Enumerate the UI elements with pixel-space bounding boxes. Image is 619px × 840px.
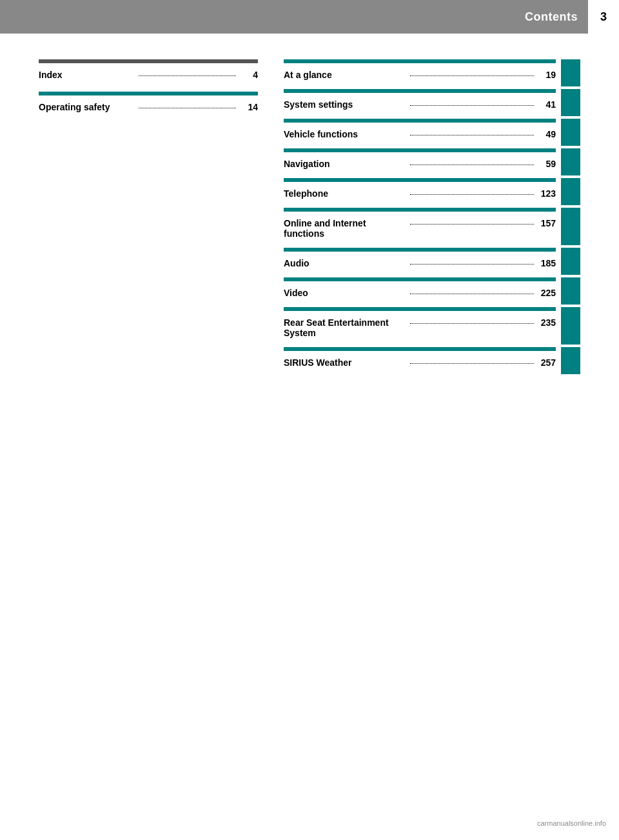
toc-page-navigation: 59 bbox=[536, 159, 556, 169]
toc-bar-vehicle-functions bbox=[284, 119, 556, 123]
toc-label-index: Index bbox=[39, 70, 136, 80]
toc-bar-index bbox=[39, 59, 258, 63]
side-bar-audio bbox=[561, 248, 580, 275]
header-title: Contents bbox=[525, 10, 588, 24]
toc-item-telephone: Telephone 123 bbox=[284, 185, 556, 205]
toc-content-sirius: SIRIUS Weather 257 bbox=[284, 347, 556, 374]
toc-section-audio: Audio 185 bbox=[284, 248, 580, 275]
toc-label-rear-seat: Rear Seat Entertainment System bbox=[284, 317, 408, 338]
toc-item-at-a-glance: At a glance 19 bbox=[284, 66, 556, 86]
toc-label-audio: Audio bbox=[284, 258, 408, 268]
toc-item-online: Online and Internet functions 157 bbox=[284, 214, 556, 245]
header-page-number: 3 bbox=[588, 0, 619, 34]
toc-content-at-a-glance: At a glance 19 bbox=[284, 59, 556, 86]
toc-item-navigation: Navigation 59 bbox=[284, 155, 556, 175]
toc-page-audio: 185 bbox=[536, 258, 556, 268]
toc-section-operating-safety: Operating safety 14 bbox=[39, 92, 258, 119]
content-area: Index 4 Operating safety 14 At a glance bbox=[0, 34, 619, 403]
toc-dots-sirius bbox=[410, 363, 534, 364]
header-bar: Contents 3 bbox=[0, 0, 619, 34]
toc-page-video: 225 bbox=[536, 288, 556, 298]
toc-content-video: Video 225 bbox=[284, 277, 556, 305]
toc-item-operating-safety: Operating safety 14 bbox=[39, 98, 258, 119]
side-bar-vehicle-functions bbox=[561, 119, 580, 146]
toc-label-telephone: Telephone bbox=[284, 188, 408, 199]
toc-dots-operating-safety bbox=[139, 108, 236, 108]
toc-bar-operating-safety bbox=[39, 92, 258, 95]
toc-dots-online bbox=[410, 224, 534, 225]
toc-bar-telephone bbox=[284, 178, 556, 182]
side-bar-sirius bbox=[561, 347, 580, 374]
toc-page-online: 157 bbox=[536, 218, 556, 228]
branding-text: carmanualsonline.info bbox=[537, 819, 606, 827]
toc-dots-audio bbox=[410, 264, 534, 265]
toc-page-sirius: 257 bbox=[536, 357, 556, 368]
toc-bar-system-settings bbox=[284, 89, 556, 93]
side-bar-navigation bbox=[561, 148, 580, 175]
toc-section-video: Video 225 bbox=[284, 277, 580, 305]
toc-content-rear-seat: Rear Seat Entertainment System 235 bbox=[284, 307, 556, 345]
left-column: Index 4 Operating safety 14 bbox=[39, 59, 258, 377]
toc-bar-video bbox=[284, 277, 556, 281]
side-bar-telephone bbox=[561, 178, 580, 205]
right-column: At a glance 19 System settings 41 bbox=[284, 59, 580, 377]
toc-label-sirius: SIRIUS Weather bbox=[284, 357, 408, 368]
toc-item-video: Video 225 bbox=[284, 284, 556, 305]
side-bar-video bbox=[561, 277, 580, 305]
toc-dots-vehicle-functions bbox=[410, 135, 534, 135]
toc-label-at-a-glance: At a glance bbox=[284, 70, 408, 80]
side-bar-at-a-glance bbox=[561, 59, 580, 86]
toc-content-navigation: Navigation 59 bbox=[284, 148, 556, 175]
toc-section-telephone: Telephone 123 bbox=[284, 178, 580, 205]
toc-content-audio: Audio 185 bbox=[284, 248, 556, 275]
toc-section-online: Online and Internet functions 157 bbox=[284, 208, 580, 245]
toc-label-navigation: Navigation bbox=[284, 159, 408, 169]
toc-dots-rear-seat bbox=[410, 323, 534, 324]
toc-section-rear-seat: Rear Seat Entertainment System 235 bbox=[284, 307, 580, 345]
toc-bar-audio bbox=[284, 248, 556, 252]
toc-label-operating-safety: Operating safety bbox=[39, 102, 136, 112]
toc-section-index: Index 4 bbox=[39, 59, 258, 86]
toc-label-online: Online and Internet functions bbox=[284, 218, 408, 239]
toc-dots-index bbox=[139, 75, 236, 76]
toc-content-vehicle-functions: Vehicle functions 49 bbox=[284, 119, 556, 146]
toc-dots-system-settings bbox=[410, 105, 534, 106]
toc-item-audio: Audio 185 bbox=[284, 254, 556, 275]
side-bar-rear-seat bbox=[561, 307, 580, 345]
toc-item-vehicle-functions: Vehicle functions 49 bbox=[284, 125, 556, 146]
toc-content-online: Online and Internet functions 157 bbox=[284, 208, 556, 245]
toc-section-vehicle-functions: Vehicle functions 49 bbox=[284, 119, 580, 146]
toc-page-index: 4 bbox=[239, 70, 258, 80]
toc-item-sirius: SIRIUS Weather 257 bbox=[284, 354, 556, 374]
toc-page-system-settings: 41 bbox=[536, 99, 556, 110]
toc-page-rear-seat: 235 bbox=[536, 317, 556, 328]
toc-content-telephone: Telephone 123 bbox=[284, 178, 556, 205]
toc-bar-rear-seat bbox=[284, 307, 556, 311]
toc-page-operating-safety: 14 bbox=[239, 102, 258, 112]
toc-item-rear-seat: Rear Seat Entertainment System 235 bbox=[284, 314, 556, 345]
toc-bar-at-a-glance bbox=[284, 59, 556, 63]
toc-page-telephone: 123 bbox=[536, 188, 556, 199]
toc-section-system-settings: System settings 41 bbox=[284, 89, 580, 116]
side-bar-online bbox=[561, 208, 580, 245]
toc-page-at-a-glance: 19 bbox=[536, 70, 556, 80]
toc-page-vehicle-functions: 49 bbox=[536, 129, 556, 139]
toc-label-video: Video bbox=[284, 288, 408, 298]
side-bar-system-settings bbox=[561, 89, 580, 116]
toc-dots-at-a-glance bbox=[410, 75, 534, 76]
toc-content-system-settings: System settings 41 bbox=[284, 89, 556, 116]
toc-section-sirius: SIRIUS Weather 257 bbox=[284, 347, 580, 374]
toc-dots-navigation bbox=[410, 165, 534, 165]
toc-bar-sirius bbox=[284, 347, 556, 351]
toc-item-index: Index 4 bbox=[39, 66, 258, 86]
toc-section-navigation: Navigation 59 bbox=[284, 148, 580, 175]
toc-dots-video bbox=[410, 294, 534, 294]
toc-dots-telephone bbox=[410, 194, 534, 195]
toc-label-vehicle-functions: Vehicle functions bbox=[284, 129, 408, 139]
toc-item-system-settings: System settings 41 bbox=[284, 95, 556, 116]
toc-section-at-a-glance: At a glance 19 bbox=[284, 59, 580, 86]
toc-bar-navigation bbox=[284, 148, 556, 152]
header-title-block: Contents 3 bbox=[525, 0, 619, 34]
toc-bar-online bbox=[284, 208, 556, 212]
toc-label-system-settings: System settings bbox=[284, 99, 408, 110]
